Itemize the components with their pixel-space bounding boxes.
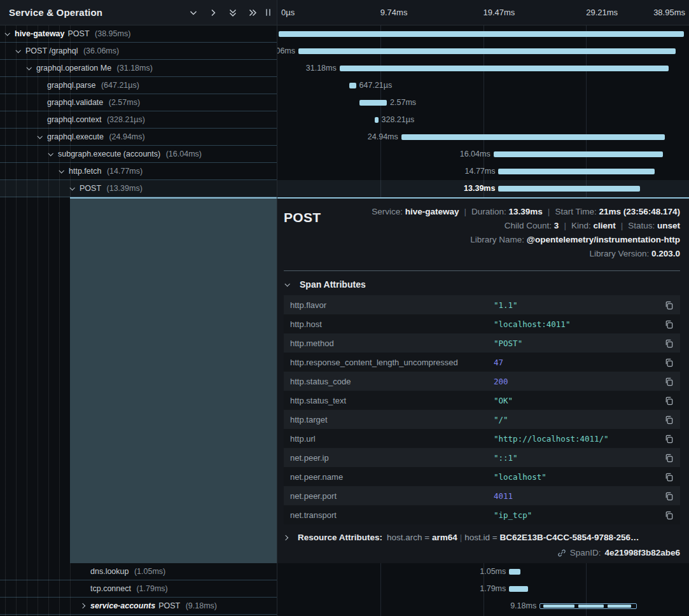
link-icon[interactable] xyxy=(557,549,566,557)
copy-icon[interactable] xyxy=(661,377,674,386)
detail-meta-label: Kind: xyxy=(571,221,594,230)
span-tree-row[interactable]: dns.lookup (1.05ms) xyxy=(0,563,277,580)
copy-icon[interactable] xyxy=(661,319,674,329)
detail-meta-label: Status: xyxy=(628,221,657,230)
span-tree-row[interactable]: POST (13.39ms) xyxy=(0,180,277,197)
span-attributes-toggle[interactable]: Span Attributes xyxy=(285,279,680,290)
span-tree-row[interactable]: service-accountsPOST (9.18ms) xyxy=(0,598,277,615)
chevron-right-icon[interactable] xyxy=(81,604,90,608)
span-bar-row[interactable]: 24.94ms xyxy=(277,129,689,146)
attribute-key: http.target xyxy=(290,415,494,424)
span-bar-row[interactable]: 1.05ms xyxy=(277,563,689,580)
span-bar-row[interactable]: 647.21µs xyxy=(277,77,689,94)
span-duration-text: (2.57ms) xyxy=(106,98,140,107)
attribute-value: 200 xyxy=(494,377,661,386)
span-tree-row[interactable]: graphql.validate (2.57ms) xyxy=(0,94,277,111)
span-bar-row[interactable]: 36.06ms xyxy=(277,43,689,60)
span-bar-row[interactable]: 38.95ms xyxy=(277,25,689,43)
span-operation-name: graphql.operation Me xyxy=(36,64,111,73)
span-tree-row[interactable]: hive-gatewayPOST (38.95ms) xyxy=(0,25,277,43)
span-tree-rows: hive-gatewayPOST (38.95ms)POST /graphql … xyxy=(0,25,277,197)
chevron-down-icon[interactable] xyxy=(27,66,36,70)
span-duration-bar[interactable] xyxy=(498,186,640,192)
span-bar-row[interactable]: 9.18ms xyxy=(277,598,689,615)
attribute-value: "POST" xyxy=(494,339,661,348)
span-bar-row[interactable]: 328.21µs xyxy=(277,111,689,129)
span-tree-row[interactable]: graphql.parse (647.21µs) xyxy=(0,77,277,94)
span-duration-bar[interactable] xyxy=(539,603,637,609)
span-tree-row[interactable]: subgraph.execute (accounts) (16.04ms) xyxy=(0,146,277,163)
span-bar-row[interactable]: 16.04ms xyxy=(277,146,689,163)
copy-icon[interactable] xyxy=(661,472,674,482)
panel-resize-handle[interactable] xyxy=(265,8,272,17)
detail-meta-value: unset xyxy=(657,221,680,230)
span-duration-bar[interactable] xyxy=(279,31,684,37)
copy-icon[interactable] xyxy=(661,339,674,348)
copy-icon[interactable] xyxy=(661,453,674,463)
span-duration-label: 24.94ms xyxy=(365,129,401,146)
span-tree-row[interactable]: tcp.connect (1.79ms) xyxy=(0,580,277,598)
copy-icon[interactable] xyxy=(661,491,674,501)
span-tree-row[interactable]: graphql.execute (24.94ms) xyxy=(0,129,277,146)
span-tree-row[interactable]: http.fetch (14.77ms) xyxy=(0,163,277,180)
span-bar-row[interactable]: 31.18ms xyxy=(277,60,689,77)
span-duration-bar[interactable] xyxy=(298,48,676,54)
span-duration-bar[interactable] xyxy=(509,569,520,575)
span-duration-bar[interactable] xyxy=(349,83,356,88)
timeline-rows-bottom: 1.05ms1.79ms9.18ms xyxy=(277,563,689,615)
attribute-key: net.peer.ip xyxy=(290,453,494,463)
chevron-down-icon[interactable] xyxy=(70,186,80,190)
double-chevron-down-icon[interactable] xyxy=(227,7,239,18)
attribute-key: http.status_text xyxy=(290,396,494,405)
attribute-value: "/" xyxy=(494,415,661,424)
span-duration-bar[interactable] xyxy=(340,66,669,71)
chevron-down-icon[interactable] xyxy=(48,152,58,156)
copy-icon[interactable] xyxy=(661,358,674,367)
attribute-value: "ip_tcp" xyxy=(494,510,661,520)
span-bar-row[interactable]: 13.39ms xyxy=(277,180,689,197)
copy-icon[interactable] xyxy=(661,510,674,520)
span-tree-row[interactable]: graphql.operation Me (31.18ms) xyxy=(0,60,277,77)
span-attributes-table: http.flavor"1.1"http.host"localhost:4011… xyxy=(284,295,680,524)
span-duration-bar[interactable] xyxy=(359,100,387,106)
span-tree-row[interactable]: POST /graphql (36.06ms) xyxy=(0,43,277,60)
span-duration-bar[interactable] xyxy=(498,169,654,174)
chevron-down-icon[interactable] xyxy=(16,49,25,53)
detail-meta-line: Service: hive-gateway|Duration: 13.39ms|… xyxy=(372,205,680,219)
attribute-row: net.peer.ip"::1" xyxy=(284,448,680,467)
attribute-key: http.host xyxy=(290,319,494,329)
span-tree-row[interactable]: graphql.context (328.21µs) xyxy=(0,111,277,129)
chevron-down-icon[interactable] xyxy=(188,7,199,18)
ruler-tick: 38.95ms xyxy=(653,0,685,25)
span-operation-name: POST xyxy=(80,184,101,193)
copy-icon[interactable] xyxy=(661,415,674,424)
double-chevron-right-icon[interactable] xyxy=(247,7,258,18)
resource-attributes-title: Resource Attributes: xyxy=(298,533,382,542)
span-duration-bar[interactable] xyxy=(401,134,665,140)
span-duration-bar[interactable] xyxy=(375,117,379,123)
ruler-tick: 19.47ms xyxy=(484,0,515,25)
span-duration-label: 1.79ms xyxy=(477,580,509,598)
span-bar-row[interactable]: 2.57ms xyxy=(277,94,689,111)
span-duration-text: (24.94ms) xyxy=(107,132,145,141)
span-duration-bar[interactable] xyxy=(509,586,528,592)
span-duration-text: (31.18ms) xyxy=(115,64,153,73)
chevron-down-icon[interactable] xyxy=(38,135,47,139)
copy-icon[interactable] xyxy=(661,300,674,310)
attribute-value: "http://localhost:4011/" xyxy=(494,434,661,444)
resource-attributes-row[interactable]: Resource Attributes: host.arch = arm64|h… xyxy=(284,533,680,542)
attribute-row: http.status_text"OK" xyxy=(284,391,680,410)
copy-icon[interactable] xyxy=(661,396,674,405)
span-service-name: hive-gateway xyxy=(15,29,65,38)
chevron-down-icon[interactable] xyxy=(59,169,69,173)
span-bar-row[interactable]: 14.77ms xyxy=(277,163,689,180)
attribute-key: http.url xyxy=(290,434,494,444)
span-bar-row[interactable]: 1.79ms xyxy=(277,580,689,598)
chevron-right-icon[interactable] xyxy=(207,7,219,18)
span-duration-bar[interactable] xyxy=(494,151,664,157)
attribute-row: http.method"POST" xyxy=(284,333,680,353)
attribute-value: "localhost:4011" xyxy=(494,319,661,329)
ruler-tick: 0µs xyxy=(281,0,295,25)
chevron-down-icon[interactable] xyxy=(5,32,15,36)
copy-icon[interactable] xyxy=(661,434,674,444)
